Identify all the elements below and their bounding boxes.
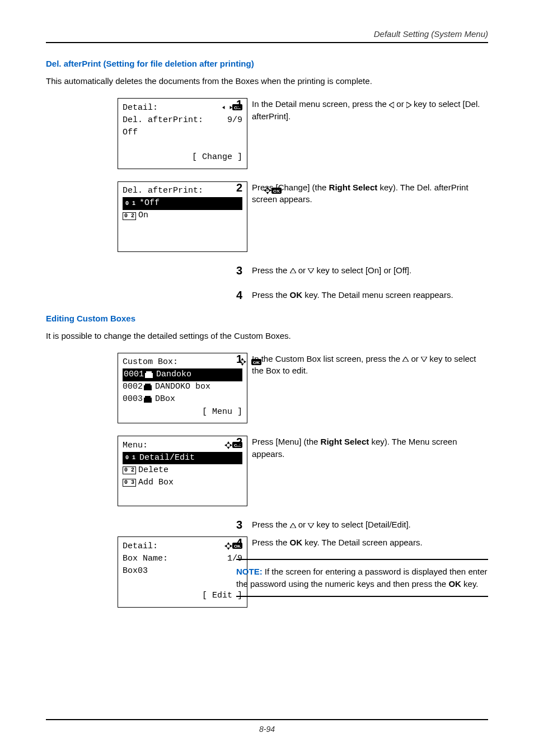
intro-editing-custom-boxes: It is possible to change the detailed se… <box>46 331 488 340</box>
step-number: 2 <box>236 181 252 194</box>
lcd-softkey-edit: [ Edit ] <box>123 590 242 603</box>
step-number: 4 <box>236 289 252 301</box>
heading-del-afterprint: Del. afterPrint (Setting for file deleti… <box>46 59 488 68</box>
box-name: Dandoko <box>156 368 191 381</box>
triangle-up-icon <box>290 523 296 528</box>
step-4-text: Press the OK key. The Detail menu screen… <box>252 289 488 301</box>
step-number: 3 <box>236 264 252 277</box>
option-index: 0 2 <box>123 212 136 220</box>
triangle-down-icon <box>421 357 427 362</box>
option-index: 0 1 <box>124 200 137 208</box>
step-1-text: In the Custom Box list screen, press the… <box>252 353 488 377</box>
lcd-detail-afterprint: Detail: Del. afterPrint: 9/9 Off [ Chang… <box>118 98 247 169</box>
step-3-text: Press the or key to select [Detail/Edit]… <box>252 519 488 531</box>
step-1-text: In the Detail menu screen, press the or … <box>252 98 488 123</box>
note-label: NOTE: <box>236 567 263 576</box>
menu-delete: Delete <box>138 464 168 477</box>
box-id: 0001 <box>124 368 144 381</box>
step-number: 1 <box>236 353 252 365</box>
step-number: 1 <box>236 98 252 110</box>
triangle-up-icon <box>290 268 296 273</box>
triangle-down-icon <box>308 523 314 528</box>
page-header: Default Setting (System Menu) <box>46 29 488 43</box>
intro-del-afterprint: This automatically deletes the documents… <box>46 76 488 86</box>
lcd-detail-boxname: Detail: Box Name: 1/9 Box03 [ Edit ] <box>118 536 247 608</box>
menu-detail-edit: Detail/Edit <box>139 452 195 465</box>
triangle-down-icon <box>308 268 314 273</box>
folder-icon <box>144 384 152 390</box>
step-2-text: Press [Change] (the Right Select key). T… <box>252 181 488 206</box>
step-number: 2 <box>236 436 252 448</box>
box-name: DBox <box>155 393 175 406</box>
lcd-custom-box-list: Custom Box: 0001Dandoko 0002DANDOKO box … <box>118 353 247 424</box>
folder-icon <box>144 396 152 403</box>
box-id: 0003 <box>123 393 143 406</box>
triangle-left-icon <box>389 102 394 108</box>
option-off: *Off <box>139 197 160 210</box>
lcd-value: Box03 <box>123 565 148 578</box>
option-index: 0 2 <box>123 466 136 474</box>
box-id: 0002 <box>123 381 143 394</box>
lcd-title: Del. afterPrint: <box>123 185 203 198</box>
step-4-text: Press the OK key. The Detail screen appe… <box>252 536 488 549</box>
heading-editing-custom-boxes: Editing Custom Boxes <box>46 314 488 323</box>
triangle-up-icon <box>402 357 409 362</box>
option-index: 0 3 <box>123 479 136 487</box>
lcd-softkey-menu: [ Menu ] <box>123 406 242 419</box>
option-on: On <box>138 209 148 222</box>
triangle-right-icon <box>406 102 411 108</box>
lcd-value: Off <box>123 127 138 139</box>
lcd-title: Detail: <box>123 102 158 115</box>
folder-icon <box>145 371 153 378</box>
lcd-field-label: Del. afterPrint: <box>123 114 203 127</box>
lcd-title: Custom Box: <box>123 356 178 369</box>
step-2-text: Press [Menu] (the Right Select key). The… <box>252 436 488 460</box>
box-name: DANDOKO box <box>155 381 210 394</box>
lcd-softkey-change: [ Change ] <box>123 151 242 164</box>
page-footer: 8-94 <box>46 719 488 734</box>
lcd-del-afterprint-options: Del. afterPrint: 0 1*Off 0 2On <box>118 181 247 252</box>
menu-add-box: Add Box <box>138 477 174 489</box>
option-index: 0 1 <box>124 454 137 462</box>
lcd-title: Menu: <box>123 440 148 452</box>
step-number: 4 <box>236 536 252 549</box>
lcd-title: Detail: <box>123 540 158 553</box>
lcd-field-label: Box Name: <box>123 553 168 566</box>
note-password: NOTE: If the screen for entering a passw… <box>236 559 488 597</box>
lcd-menu: Menu: 0 1Detail/Edit 0 2Delete 0 3Add Bo… <box>118 436 247 506</box>
step-3-text: Press the or key to select [On] or [Off]… <box>252 264 488 277</box>
